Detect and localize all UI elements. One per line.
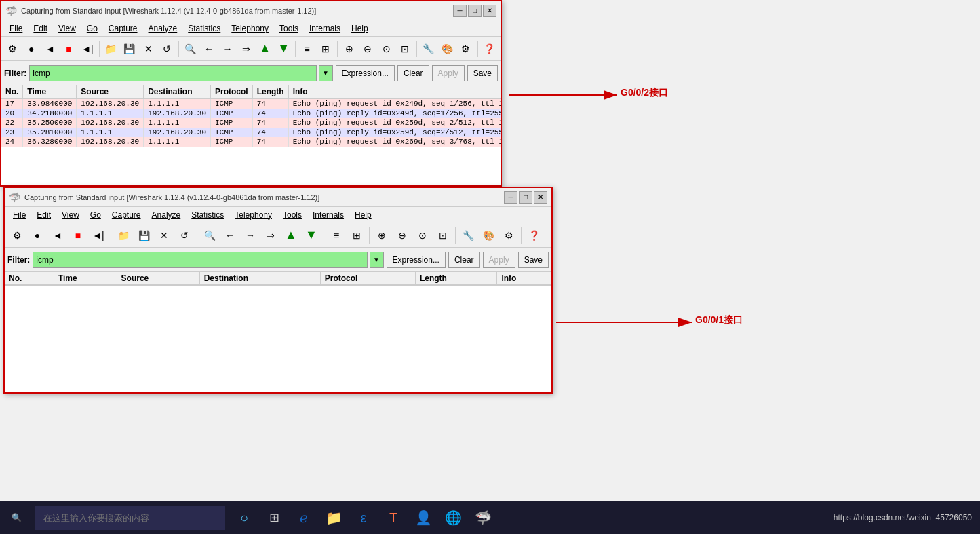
btn2-settings[interactable]: 🔧: [458, 226, 477, 245]
btn-resize[interactable]: ⊡: [397, 39, 414, 58]
col-info-1[interactable]: Info: [288, 85, 501, 98]
btn2-new-capture[interactable]: ⚙: [7, 226, 26, 245]
btn2-save-file[interactable]: 💾: [134, 226, 153, 245]
btn-open-file[interactable]: 📁: [102, 39, 120, 58]
btn2-open-file[interactable]: 📁: [114, 226, 133, 245]
close-btn-1[interactable]: ✕: [483, 5, 496, 17]
btn-help[interactable]: ❓: [481, 39, 498, 58]
btn2-reload[interactable]: ↺: [175, 226, 194, 245]
col-no-1[interactable]: No.: [1, 85, 23, 98]
apply-btn-2[interactable]: Apply: [483, 252, 515, 268]
btn2-down[interactable]: ▼: [302, 226, 321, 245]
table-row[interactable]: 1733.9840000192.168.20.301.1.1.1ICMP74Ec…: [1, 98, 501, 109]
menu-statistics-1[interactable]: Statistics: [182, 22, 226, 35]
col-dst-1[interactable]: Destination: [144, 85, 211, 98]
btn2-colorize[interactable]: ≡: [327, 226, 346, 245]
save-btn-1[interactable]: Save: [467, 65, 498, 81]
clear-btn-1[interactable]: Clear: [397, 65, 429, 81]
btn2-open[interactable]: ●: [28, 226, 47, 245]
taskbar-icon-edge[interactable]: ε: [350, 501, 377, 534]
btn2-zoom3[interactable]: ⊖: [393, 226, 412, 245]
btn2-prefs[interactable]: ⚙: [499, 226, 518, 245]
btn2-help[interactable]: ❓: [524, 226, 543, 245]
btn-zoom-in[interactable]: ⊞: [317, 39, 334, 58]
menu-tools-2[interactable]: Tools: [277, 209, 307, 221]
btn2-restart[interactable]: ◄|: [89, 226, 108, 245]
col-proto-2[interactable]: Protocol: [320, 272, 415, 285]
menu-edit-2[interactable]: Edit: [31, 209, 56, 221]
apply-btn-1[interactable]: Apply: [432, 65, 465, 81]
btn2-up[interactable]: ▲: [281, 226, 300, 245]
btn-up[interactable]: ▲: [256, 39, 274, 58]
filter-input-1[interactable]: [29, 65, 316, 81]
menu-file-2[interactable]: File: [7, 209, 31, 221]
table-row[interactable]: 2335.28100001.1.1.1192.168.20.30ICMP74Ec…: [1, 128, 501, 137]
btn-stop[interactable]: ■: [60, 39, 78, 58]
menu-view-2[interactable]: View: [56, 209, 85, 221]
btn-restart[interactable]: ◄|: [79, 39, 96, 58]
btn2-save[interactable]: ◄: [48, 226, 67, 245]
btn-zoom2[interactable]: ⊕: [340, 39, 358, 58]
save-btn-2[interactable]: Save: [518, 252, 549, 268]
menu-view-1[interactable]: View: [53, 22, 81, 35]
taskbar-search-input[interactable]: [43, 513, 217, 523]
btn2-stop[interactable]: ■: [68, 226, 87, 245]
menu-capture-1[interactable]: Capture: [103, 22, 143, 35]
btn2-forward[interactable]: →: [241, 226, 260, 245]
btn2-resize[interactable]: ⊡: [433, 226, 452, 245]
btn2-jump[interactable]: ⇒: [261, 226, 280, 245]
maximize-btn-1[interactable]: □: [468, 5, 482, 17]
btn2-back[interactable]: ←: [220, 226, 239, 245]
btn-zoom3[interactable]: ⊖: [359, 39, 376, 58]
menu-edit-1[interactable]: Edit: [28, 22, 53, 35]
taskbar-icon-user[interactable]: 👤: [410, 501, 437, 534]
minimize-btn-1[interactable]: ─: [453, 5, 467, 17]
btn-down[interactable]: ▼: [275, 39, 292, 58]
col-time-2[interactable]: Time: [54, 272, 117, 285]
menu-help-1[interactable]: Help: [346, 22, 374, 35]
menu-help-2[interactable]: Help: [349, 209, 377, 221]
btn-forward[interactable]: →: [219, 39, 237, 58]
btn-save-file[interactable]: 💾: [121, 39, 138, 58]
table-row[interactable]: 2235.2500000192.168.20.301.1.1.1ICMP74Ec…: [1, 118, 501, 128]
close-btn-2[interactable]: ✕: [534, 191, 547, 204]
menu-telephony-2[interactable]: Telephony: [229, 209, 277, 221]
menu-capture-2[interactable]: Capture: [106, 209, 146, 221]
btn-open[interactable]: ●: [23, 39, 41, 58]
filter-dropdown-2[interactable]: ▼: [370, 252, 384, 268]
btn-reload[interactable]: ↺: [158, 39, 176, 58]
btn2-zoom2[interactable]: ⊕: [372, 226, 391, 245]
taskbar-icon-explorer[interactable]: 📁: [320, 501, 347, 534]
btn2-fit[interactable]: ⊙: [413, 226, 432, 245]
btn-find[interactable]: 🔍: [182, 39, 199, 58]
col-proto-1[interactable]: Protocol: [211, 85, 253, 98]
col-dst-2[interactable]: Destination: [199, 272, 320, 285]
col-time-1[interactable]: Time: [23, 85, 77, 98]
btn-prefs[interactable]: ⚙: [457, 39, 475, 58]
filter-dropdown-1[interactable]: ▼: [319, 65, 333, 81]
taskbar-icon-cortana[interactable]: ○: [231, 501, 258, 534]
menu-internals-2[interactable]: Internals: [307, 209, 349, 221]
filter-input-2[interactable]: [33, 252, 367, 268]
menu-go-2[interactable]: Go: [85, 209, 106, 221]
btn2-close[interactable]: ✕: [155, 226, 174, 245]
maximize-btn-2[interactable]: □: [519, 191, 532, 204]
menu-telephony-1[interactable]: Telephony: [226, 22, 274, 35]
menu-statistics-2[interactable]: Statistics: [186, 209, 229, 221]
btn-new-capture[interactable]: ⚙: [4, 39, 22, 58]
table-row[interactable]: 2034.21800001.1.1.1192.168.20.30ICMP74Ec…: [1, 109, 501, 118]
menu-tools-1[interactable]: Tools: [274, 22, 304, 35]
menu-go-1[interactable]: Go: [81, 22, 103, 35]
clear-btn-2[interactable]: Clear: [448, 252, 480, 268]
btn-settings[interactable]: 🔧: [420, 39, 437, 58]
expression-btn-2[interactable]: Expression...: [387, 252, 446, 268]
menu-analyze-1[interactable]: Analyze: [143, 22, 183, 35]
taskbar-icon-taskview[interactable]: ⊞: [260, 501, 288, 534]
taskbar-search-icon[interactable]: 🔍: [0, 501, 33, 534]
btn-save[interactable]: ◄: [41, 39, 59, 58]
table-row[interactable]: 2436.3280000192.168.20.301.1.1.1ICMP74Ec…: [1, 137, 501, 147]
btn2-coloring[interactable]: 🎨: [479, 226, 498, 245]
btn2-zoom-in[interactable]: ⊞: [347, 226, 366, 245]
btn-coloring[interactable]: 🎨: [439, 39, 456, 58]
taskbar-icon-textpad[interactable]: T: [380, 501, 407, 534]
